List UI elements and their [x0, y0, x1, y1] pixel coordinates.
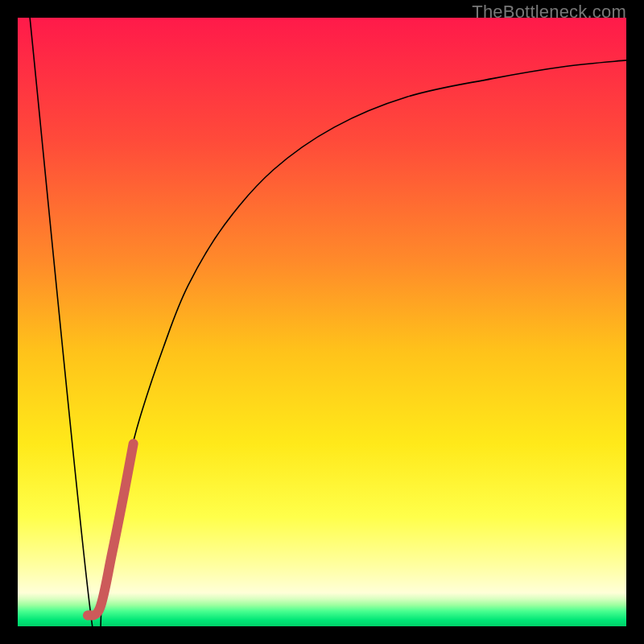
outer-frame: TheBottleneck.com [0, 0, 644, 644]
chart-canvas [18, 18, 626, 626]
gradient-background [18, 18, 626, 626]
bottleneck-chart [18, 18, 626, 626]
